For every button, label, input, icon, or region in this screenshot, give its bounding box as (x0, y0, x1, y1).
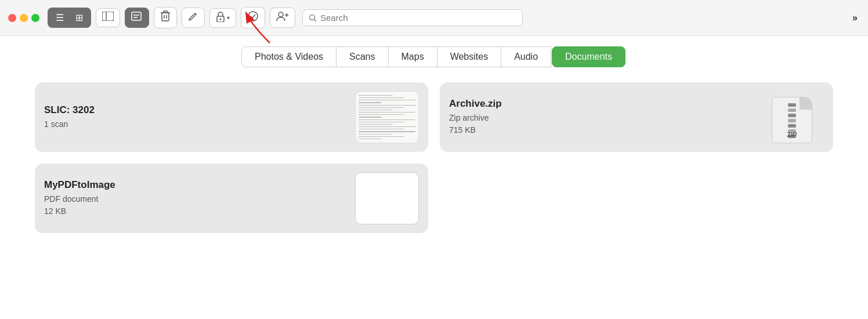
card-slic-info: SLIC: 3202 1 scan (44, 104, 346, 130)
svg-line-13 (195, 13, 196, 14)
view-toggle-group: ☰ ⊞ (48, 8, 91, 28)
tabs-container: Photos & Videos Scans Maps Websites Audi… (0, 36, 868, 73)
zip-file-label: ZIP (787, 131, 797, 138)
close-button[interactable] (8, 14, 16, 22)
compose-icon (188, 11, 198, 24)
sidebar-toggle-button[interactable] (96, 8, 120, 27)
tab-maps[interactable]: Maps (388, 46, 437, 67)
grid-view-icon: ⊞ (75, 13, 83, 23)
zip-tooth-5 (788, 124, 796, 128)
card-archive-info: Archive.zip Zip archive 715 KB (449, 98, 751, 136)
grid-view-button[interactable]: ⊞ (71, 10, 88, 26)
more-icon: » (852, 13, 858, 23)
svg-point-17 (279, 12, 283, 17)
svg-line-21 (314, 19, 317, 21)
card-slic-title: SLIC: 3202 (44, 104, 346, 116)
more-button[interactable]: » (850, 10, 860, 26)
card-slic-thumbnail (355, 91, 419, 143)
list-view-button[interactable]: ☰ (51, 10, 68, 26)
zip-tooth-1 (788, 103, 796, 107)
search-icon (309, 14, 317, 22)
card-mypdf-info: MyPDFtoImage PDF document 12 KB (44, 179, 346, 217)
card-mypdf-subtitle: PDF document 12 KB (44, 193, 346, 217)
svg-point-16 (248, 12, 258, 21)
tab-websites[interactable]: Websites (437, 46, 502, 67)
sidebar-icon (102, 12, 114, 24)
compose-button[interactable] (182, 8, 205, 28)
search-bar (302, 9, 523, 26)
card-archive-size: 715 KB (449, 125, 476, 135)
window-controls (8, 14, 39, 22)
chevron-down-icon: ▾ (227, 14, 230, 21)
maximize-button[interactable] (31, 14, 39, 22)
annotate-icon (131, 11, 143, 24)
lock-button[interactable]: ▾ (209, 8, 236, 28)
add-person-icon (276, 11, 289, 24)
zip-file-icon: ZIP (769, 91, 815, 143)
tab-photos-videos[interactable]: Photos & Videos (241, 46, 337, 67)
zip-tooth-3 (788, 114, 796, 117)
content-grid: SLIC: 3202 1 scan (0, 73, 868, 242)
minimize-button[interactable] (20, 14, 28, 22)
svg-rect-0 (102, 12, 114, 21)
zip-tooth-4 (788, 119, 796, 122)
check-icon (247, 10, 259, 25)
check-button[interactable] (241, 7, 265, 28)
card-mypdf-type: PDF document (44, 194, 98, 204)
tab-documents[interactable]: Documents (552, 46, 625, 67)
svg-rect-6 (162, 13, 169, 21)
card-slic[interactable]: SLIC: 3202 1 scan (35, 82, 428, 152)
toolbar: ☰ ⊞ (0, 0, 868, 36)
card-mypdf-thumbnail (355, 172, 419, 224)
add-person-button[interactable] (270, 8, 295, 28)
tab-scans[interactable]: Scans (336, 46, 388, 67)
zip-tooth-2 (788, 108, 796, 112)
svg-point-20 (310, 14, 315, 20)
card-mypdf[interactable]: MyPDFtoImage PDF document 12 KB (35, 164, 428, 233)
trash-icon (160, 10, 171, 25)
svg-rect-2 (132, 12, 141, 20)
scan-document (356, 92, 418, 143)
annotate-button[interactable] (125, 8, 149, 28)
trash-button[interactable] (154, 7, 177, 28)
list-view-icon: ☰ (56, 13, 64, 23)
card-archive[interactable]: Archive.zip Zip archive 715 KB (440, 82, 833, 152)
card-slic-subtitle: 1 scan (44, 118, 346, 130)
svg-point-15 (220, 18, 222, 20)
tab-audio[interactable]: Audio (501, 46, 551, 67)
card-archive-thumbnail: ZIP (760, 91, 824, 143)
card-archive-title: Archive.zip (449, 98, 751, 110)
card-archive-type: Zip archive (449, 113, 489, 122)
search-input[interactable] (320, 13, 516, 23)
card-mypdf-title: MyPDFtoImage (44, 179, 346, 191)
card-archive-subtitle: Zip archive 715 KB (449, 112, 751, 136)
lock-icon (216, 12, 225, 24)
card-mypdf-size: 12 KB (44, 206, 66, 216)
zip-paper: ZIP (772, 97, 812, 143)
